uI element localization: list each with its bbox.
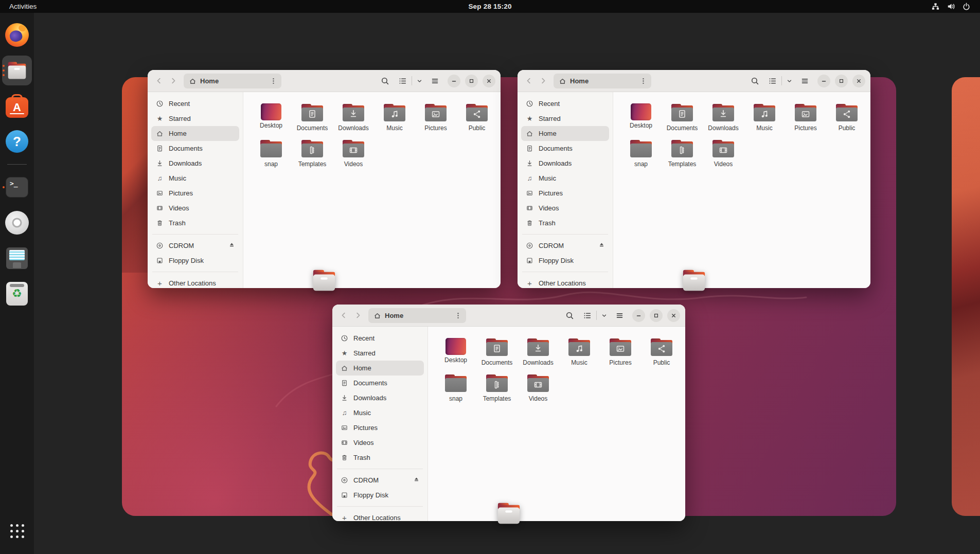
forward-button[interactable] [536,74,550,88]
dock-item-cdrom[interactable] [2,208,32,238]
back-button[interactable] [336,308,351,323]
sidebar-item-downloads[interactable]: Downloads [151,156,239,171]
sidebar-item-documents[interactable]: Documents [151,141,239,156]
dock-item-files[interactable] [2,56,32,85]
maximize-button[interactable] [465,75,478,87]
sidebar-item-floppy-disk[interactable]: Floppy Disk [521,253,609,268]
close-button[interactable] [483,75,495,87]
file-item-public[interactable]: Public [641,337,682,373]
files-window[interactable]: Home [148,70,501,288]
file-view[interactable]: Desktop Documents [613,92,870,288]
path-bar[interactable]: Home [554,74,651,88]
sidebar-item-other-locations[interactable]: + Other Locations [521,276,609,288]
list-view-button[interactable] [764,73,780,88]
dock-item-firefox[interactable] [2,20,32,50]
kebab-menu-icon[interactable] [454,312,462,319]
search-button[interactable] [377,73,393,88]
sidebar-item-other-locations[interactable]: + Other Locations [151,276,239,288]
file-item-videos[interactable]: Videos [703,138,744,174]
file-item-documents[interactable]: Documents [292,102,333,138]
view-options-dropdown[interactable] [414,73,425,88]
file-item-videos[interactable]: Videos [333,138,374,174]
file-item-templates[interactable]: Templates [292,138,333,174]
sidebar-item-cdrom[interactable]: CDROM [521,238,609,253]
file-item-downloads[interactable]: Downloads [703,102,744,138]
path-bar[interactable]: Home [184,74,281,88]
sidebar-item-pictures[interactable]: Pictures [151,186,239,201]
file-item-snap[interactable]: snap [251,138,292,174]
file-item-downloads[interactable]: Downloads [333,102,374,138]
file-view[interactable]: Desktop Documents [428,327,685,521]
files-app-badge-icon[interactable] [495,501,523,526]
system-status-area[interactable] [927,0,975,13]
view-options-dropdown[interactable] [598,308,610,323]
sidebar-item-pictures[interactable]: Pictures [336,420,424,435]
clock-button[interactable]: Sep 28 15:20 [468,3,511,10]
search-button[interactable] [562,308,577,323]
eject-button[interactable] [598,242,605,250]
sidebar-item-trash[interactable]: Trash [521,216,609,230]
sidebar-item-videos[interactable]: Videos [336,435,424,450]
forward-button[interactable] [166,74,181,88]
file-view[interactable]: Desktop Documents [243,92,501,288]
sidebar-item-other-locations[interactable]: + Other Locations [336,510,424,521]
file-item-snap[interactable]: snap [435,373,476,409]
dock-item-trash[interactable]: ♻ [2,279,32,309]
file-item-music[interactable]: Music [744,102,785,138]
minimize-button[interactable] [817,75,830,87]
sidebar-item-pictures[interactable]: Pictures [521,186,609,201]
sidebar-item-trash[interactable]: Trash [336,450,424,465]
back-button[interactable] [152,74,166,88]
file-item-snap[interactable]: snap [620,138,662,174]
files-app-badge-icon[interactable] [310,268,338,293]
list-view-button[interactable] [579,308,595,323]
sidebar-item-starred[interactable]: ★ Starred [336,346,424,361]
sidebar-item-downloads[interactable]: Downloads [336,390,424,405]
sidebar-item-home[interactable]: Home [521,126,609,141]
sidebar-item-recent[interactable]: Recent [521,96,609,111]
dock-item-ubuntu-software[interactable]: A [2,91,32,121]
file-item-pictures[interactable]: Pictures [600,337,641,373]
file-item-music[interactable]: Music [374,102,415,138]
file-item-documents[interactable]: Documents [662,102,703,138]
activities-button[interactable]: Activities [0,0,46,13]
dock-item-terminal[interactable]: >_ [2,172,32,202]
sidebar-item-music[interactable]: ♫ Music [151,171,239,186]
file-item-pictures[interactable]: Pictures [415,102,456,138]
close-button[interactable] [667,309,680,322]
file-item-desktop[interactable]: Desktop [620,102,662,138]
sidebar-item-recent[interactable]: Recent [151,96,239,111]
sidebar-item-music[interactable]: ♫ Music [521,171,609,186]
file-item-desktop[interactable]: Desktop [435,337,476,373]
file-item-public[interactable]: Public [456,102,497,138]
minimize-button[interactable] [632,309,645,322]
sidebar-item-videos[interactable]: Videos [521,201,609,216]
sidebar-item-trash[interactable]: Trash [151,216,239,230]
sidebar-item-documents[interactable]: Documents [336,376,424,390]
file-item-documents[interactable]: Documents [476,337,518,373]
dock-item-help[interactable]: ? [2,127,32,156]
sidebar-item-cdrom[interactable]: CDROM [151,238,239,253]
eject-button[interactable] [413,476,420,485]
main-menu-button[interactable] [797,73,812,88]
sidebar-item-home[interactable]: Home [336,361,424,376]
close-button[interactable] [852,75,865,87]
file-item-pictures[interactable]: Pictures [785,102,826,138]
file-item-music[interactable]: Music [559,337,600,373]
sidebar-item-documents[interactable]: Documents [521,141,609,156]
files-window[interactable]: Home [518,70,870,288]
sidebar-item-starred[interactable]: ★ Starred [521,111,609,126]
forward-button[interactable] [351,308,365,323]
minimize-button[interactable] [448,75,460,87]
view-options-dropdown[interactable] [783,73,795,88]
sidebar-item-starred[interactable]: ★ Starred [151,111,239,126]
file-item-downloads[interactable]: Downloads [518,337,559,373]
adjacent-workspace-preview[interactable] [952,77,980,516]
back-button[interactable] [522,74,536,88]
sidebar-item-floppy-disk[interactable]: Floppy Disk [336,488,424,503]
list-view-button[interactable] [395,73,410,88]
show-applications-button[interactable] [2,516,32,546]
sidebar-item-cdrom[interactable]: CDROM [336,473,424,488]
maximize-button[interactable] [650,309,663,322]
main-menu-button[interactable] [612,308,627,323]
